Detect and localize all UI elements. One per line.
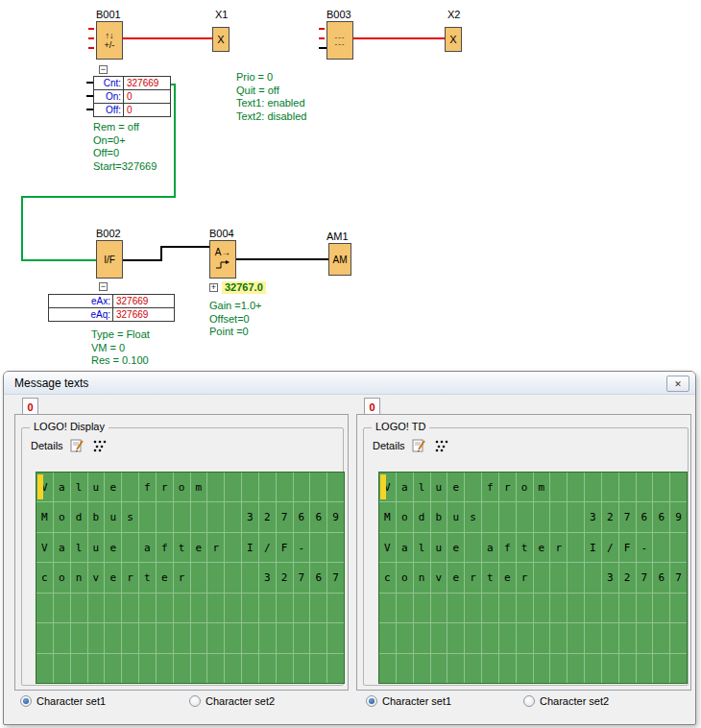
lcd-cell[interactable]: 6 — [653, 563, 669, 592]
radio-td-charset1[interactable]: Character set1 — [366, 695, 451, 707]
edit-details-icon[interactable] — [412, 438, 427, 452]
lcd-cell[interactable] — [517, 594, 533, 622]
lcd-cell[interactable] — [379, 654, 396, 683]
lcd-cell[interactable] — [207, 594, 224, 622]
lcd-cell[interactable]: f — [482, 473, 498, 501]
lcd-cell[interactable]: u — [431, 473, 447, 501]
lcd-cell[interactable]: V — [379, 533, 396, 562]
lcd-cell[interactable] — [191, 563, 207, 592]
lcd-cell[interactable]: M — [379, 502, 396, 531]
lcd-cell[interactable]: u — [88, 473, 105, 501]
lcd-cell[interactable]: d — [71, 502, 87, 531]
lcd-cell[interactable]: 6 — [310, 502, 326, 531]
lcd-cell[interactable] — [191, 502, 207, 531]
lcd-cell[interactable]: / — [602, 533, 618, 562]
lcd-cell[interactable] — [157, 502, 173, 531]
lcd-cell[interactable] — [259, 623, 276, 652]
wire-counter-out-e[interactable] — [21, 259, 97, 261]
lcd-cell[interactable] — [139, 623, 156, 652]
lcd-cell[interactable] — [122, 623, 138, 652]
lcd-cell[interactable] — [602, 473, 618, 501]
lcd-cell[interactable] — [242, 563, 258, 592]
block-b004-analog-amplifier[interactable]: A→ — [209, 240, 236, 279]
lcd-cell[interactable] — [71, 654, 87, 683]
lcd-cell[interactable]: 3 — [585, 502, 601, 531]
block-x1-output[interactable]: X — [212, 27, 230, 52]
lcd-cell[interactable] — [225, 502, 241, 531]
lcd-cell[interactable] — [550, 563, 567, 592]
lcd-cell[interactable]: - — [637, 533, 653, 562]
wire-counter-out-c[interactable] — [21, 196, 176, 198]
lcd-cell[interactable]: r — [174, 563, 190, 592]
lcd-cell[interactable] — [327, 654, 344, 683]
lcd-cell[interactable]: f — [499, 533, 516, 562]
block-x2-output[interactable]: X — [445, 27, 462, 52]
lcd-cell[interactable] — [242, 594, 258, 622]
lcd-cell[interactable] — [653, 623, 669, 652]
lcd-cell[interactable]: l — [71, 473, 87, 501]
radio-td-charset2[interactable]: Character set2 — [523, 695, 609, 707]
lcd-cell[interactable]: c — [379, 563, 396, 592]
lcd-cell[interactable]: 2 — [277, 563, 293, 592]
lcd-cell[interactable]: r — [550, 533, 567, 562]
lcd-cell[interactable]: 7 — [327, 563, 344, 592]
lcd-cell[interactable] — [174, 623, 190, 652]
lcd-cell[interactable]: b — [431, 502, 447, 531]
lcd-cell[interactable] — [637, 654, 653, 683]
lcd-cell[interactable]: F — [619, 533, 636, 562]
lcd-cell[interactable]: u — [105, 502, 121, 531]
b004-live-value[interactable]: 32767.0 — [222, 281, 266, 294]
special-characters-icon[interactable] — [92, 438, 108, 452]
lcd-cell[interactable]: 9 — [327, 502, 344, 531]
lcd-cell[interactable] — [397, 654, 413, 683]
lcd-cell[interactable]: m — [534, 473, 550, 501]
lcd-cell[interactable] — [191, 654, 207, 683]
lcd-cell[interactable]: f — [157, 533, 173, 562]
lcd-cell[interactable] — [294, 473, 310, 501]
lcd-cell[interactable] — [670, 623, 687, 652]
lcd-cell[interactable] — [225, 533, 241, 562]
lcd-cell[interactable] — [157, 654, 173, 683]
lcd-cell[interactable] — [327, 473, 344, 501]
lcd-cell[interactable] — [602, 594, 618, 622]
lcd-cell[interactable]: / — [259, 533, 276, 562]
lcd-cell[interactable] — [568, 654, 584, 683]
lcd-cell[interactable] — [225, 654, 241, 683]
lcd-cell[interactable] — [88, 654, 105, 683]
lcd-cell[interactable]: e — [447, 533, 464, 562]
lcd-cell[interactable] — [207, 473, 224, 501]
lcd-cell[interactable] — [157, 623, 173, 652]
lcd-cell[interactable] — [517, 502, 533, 531]
lcd-cell[interactable]: t — [174, 533, 190, 562]
lcd-cell[interactable]: 2 — [259, 502, 276, 531]
lcd-cell[interactable] — [105, 594, 121, 622]
lcd-cell[interactable] — [71, 594, 87, 622]
lcd-cell[interactable]: a — [139, 533, 156, 562]
lcd-cell[interactable] — [277, 594, 293, 622]
lcd-cell[interactable]: l — [71, 533, 87, 562]
wire-b003-x2[interactable] — [353, 37, 445, 39]
lcd-cell[interactable] — [294, 654, 310, 683]
lcd-cell[interactable] — [499, 502, 516, 531]
lcd-cell[interactable] — [585, 654, 601, 683]
lcd-cell[interactable]: I — [242, 533, 258, 562]
lcd-cell[interactable]: 7 — [637, 563, 653, 592]
lcd-cell[interactable]: 9 — [670, 502, 687, 531]
wire-b002-b004-a[interactable] — [123, 259, 162, 261]
lcd-cell[interactable] — [225, 623, 241, 652]
lcd-cell[interactable] — [619, 654, 636, 683]
lcd-cell[interactable] — [585, 473, 601, 501]
lcd-cell[interactable] — [568, 473, 584, 501]
lcd-cell[interactable]: e — [447, 473, 464, 501]
lcd-cell[interactable] — [294, 594, 310, 622]
lcd-cell[interactable]: e — [499, 563, 516, 592]
lcd-cell[interactable]: e — [447, 563, 464, 592]
lcd-cell[interactable]: V — [36, 533, 53, 562]
lcd-cell[interactable] — [207, 563, 224, 592]
lcd-cell[interactable] — [36, 654, 53, 683]
lcd-cell[interactable] — [379, 623, 396, 652]
lcd-cell[interactable] — [310, 473, 326, 501]
lcd-cell[interactable]: 7 — [619, 502, 636, 531]
lcd-cell[interactable] — [482, 623, 498, 652]
lcd-cell[interactable] — [517, 654, 533, 683]
